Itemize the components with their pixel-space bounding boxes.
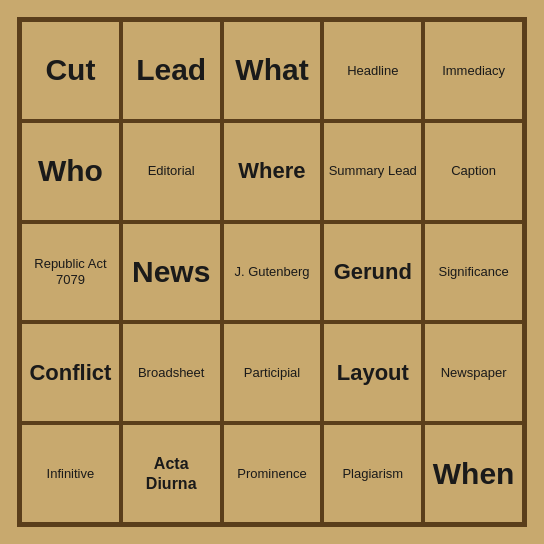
bingo-card: CutLeadWhatHeadlineImmediacyWhoEditorial… <box>17 17 527 527</box>
cell-text-r0c3: Headline <box>347 63 398 79</box>
cell-text-r1c4: Caption <box>451 163 496 179</box>
cell-text-r0c0: Cut <box>45 52 95 88</box>
cell-text-r0c4: Immediacy <box>442 63 505 79</box>
bingo-cell-r0c0: Cut <box>20 20 121 121</box>
cell-text-r1c0: Who <box>38 153 103 189</box>
cell-text-r1c2: Where <box>238 158 305 184</box>
cell-text-r2c1: News <box>132 254 210 290</box>
cell-text-r3c2: Participial <box>244 365 300 381</box>
cell-text-r3c3: Layout <box>337 360 409 386</box>
bingo-cell-r2c3: Gerund <box>322 222 423 323</box>
cell-text-r2c3: Gerund <box>334 259 412 285</box>
bingo-cell-r2c4: Significance <box>423 222 524 323</box>
bingo-cell-r2c1: News <box>121 222 222 323</box>
bingo-cell-r4c2: Prominence <box>222 423 323 524</box>
bingo-cell-r3c2: Participial <box>222 322 323 423</box>
bingo-cell-r1c2: Where <box>222 121 323 222</box>
cell-text-r4c3: Plagiarism <box>342 466 403 482</box>
bingo-cell-r4c3: Plagiarism <box>322 423 423 524</box>
bingo-cell-r0c4: Immediacy <box>423 20 524 121</box>
cell-text-r4c4: When <box>433 456 515 492</box>
bingo-cell-r0c2: What <box>222 20 323 121</box>
bingo-cell-r3c4: Newspaper <box>423 322 524 423</box>
bingo-cell-r2c2: J. Gutenberg <box>222 222 323 323</box>
cell-text-r2c4: Significance <box>439 264 509 280</box>
bingo-cell-r3c1: Broadsheet <box>121 322 222 423</box>
bingo-cell-r1c1: Editorial <box>121 121 222 222</box>
bingo-cell-r0c3: Headline <box>322 20 423 121</box>
cell-text-r0c2: What <box>235 52 308 88</box>
bingo-cell-r1c3: Summary Lead <box>322 121 423 222</box>
cell-text-r4c2: Prominence <box>237 466 306 482</box>
bingo-cell-r0c1: Lead <box>121 20 222 121</box>
cell-text-r4c1: Acta Diurna <box>127 454 216 492</box>
cell-text-r1c1: Editorial <box>148 163 195 179</box>
cell-text-r1c3: Summary Lead <box>329 163 417 179</box>
bingo-cell-r4c4: When <box>423 423 524 524</box>
cell-text-r2c2: J. Gutenberg <box>234 264 309 280</box>
bingo-cell-r4c1: Acta Diurna <box>121 423 222 524</box>
cell-text-r3c0: Conflict <box>29 360 111 386</box>
cell-text-r3c1: Broadsheet <box>138 365 205 381</box>
bingo-cell-r3c0: Conflict <box>20 322 121 423</box>
cell-text-r4c0: Infinitive <box>47 466 95 482</box>
bingo-cell-r1c4: Caption <box>423 121 524 222</box>
cell-text-r2c0: Republic Act 7079 <box>26 256 115 287</box>
bingo-cell-r1c0: Who <box>20 121 121 222</box>
cell-text-r3c4: Newspaper <box>441 365 507 381</box>
cell-text-r0c1: Lead <box>136 52 206 88</box>
bingo-cell-r4c0: Infinitive <box>20 423 121 524</box>
bingo-cell-r3c3: Layout <box>322 322 423 423</box>
bingo-cell-r2c0: Republic Act 7079 <box>20 222 121 323</box>
